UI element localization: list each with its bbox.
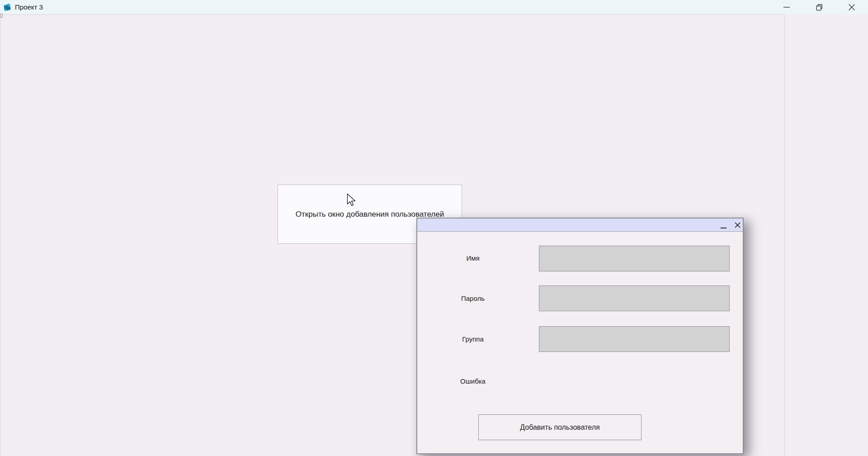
minimize-icon <box>721 228 726 228</box>
group-input[interactable] <box>539 326 730 352</box>
group-label: Группа <box>435 334 510 344</box>
close-icon <box>735 222 741 228</box>
name-input[interactable] <box>539 246 730 271</box>
mouse-cursor-icon <box>347 193 357 210</box>
dialog-titlebar[interactable] <box>417 218 743 232</box>
dialog-body: Имя Пароль Группа Ошибка Добавить пользо… <box>417 232 743 453</box>
desktop-screen: Проект 3 Открыть окно добавления пользов… <box>0 0 868 456</box>
name-label: Имя <box>435 253 510 263</box>
dialog-close-button[interactable] <box>731 218 744 232</box>
minimize-button[interactable] <box>776 0 797 14</box>
password-input[interactable] <box>539 285 730 311</box>
restore-button[interactable] <box>809 0 830 14</box>
panel-corner-grip <box>0 14 3 18</box>
main-window-titlebar: Проект 3 <box>0 0 868 14</box>
close-button[interactable] <box>841 0 862 14</box>
password-label: Пароль <box>435 294 510 304</box>
add-user-button[interactable]: Добавить пользователя <box>478 414 642 440</box>
window-title: Проект 3 <box>15 0 43 14</box>
dialog-minimize-button[interactable] <box>717 218 730 232</box>
add-user-dialog: Имя Пароль Группа Ошибка Добавить пользо… <box>416 218 744 454</box>
error-label: Ошибка <box>435 376 510 386</box>
app-cube-icon <box>3 3 12 12</box>
